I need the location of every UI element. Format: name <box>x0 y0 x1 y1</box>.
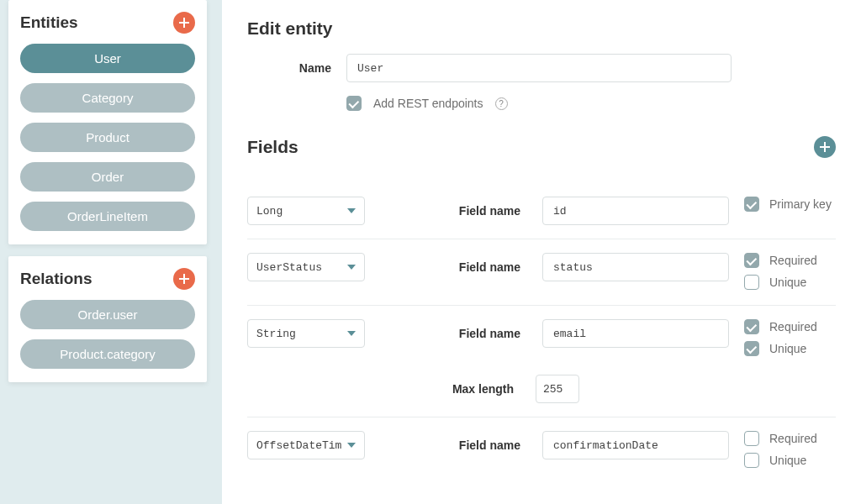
field-flags: RequiredUnique <box>744 253 861 290</box>
primary-key-checkbox-label: Primary key <box>769 197 832 211</box>
unique-checkbox-row: Unique <box>744 453 861 468</box>
required-checkbox-label: Required <box>769 254 817 267</box>
chevron-down-icon <box>347 265 356 270</box>
chevron-down-icon <box>347 208 356 213</box>
entity-item[interactable]: Order <box>20 162 195 192</box>
field-type-select[interactable]: UserStatus <box>247 253 365 281</box>
relations-list: Order.userProduct.category <box>20 300 195 369</box>
field-name-label: Field name <box>380 253 527 281</box>
field-row: LongField namePrimary key <box>247 183 836 239</box>
field-flags: Primary key <box>744 197 861 212</box>
entities-list: UserCategoryProductOrderOrderLineItem <box>20 44 195 231</box>
primary-key-checkbox-row: Primary key <box>744 197 861 212</box>
entities-header: Entities <box>20 12 195 34</box>
unique-checkbox-label: Unique <box>769 342 806 355</box>
field-type-value: String <box>256 328 296 340</box>
fields-title: Fields <box>247 137 298 157</box>
max-length-label: Max length <box>380 375 520 403</box>
field-type-value: UserStatus <box>256 261 322 274</box>
required-checkbox-row: Required <box>744 431 861 446</box>
entity-item[interactable]: OrderLineItem <box>20 202 195 231</box>
unique-checkbox-row: Unique <box>744 341 861 356</box>
edit-entity-title: Edit entity <box>247 18 836 39</box>
unique-checkbox-row: Unique <box>744 275 861 290</box>
unique-checkbox-label: Unique <box>769 454 806 467</box>
field-flags: RequiredUnique <box>744 319 861 356</box>
required-checkbox[interactable] <box>744 253 759 268</box>
relations-card: Relations Order.userProduct.category <box>8 256 207 382</box>
field-name-label: Field name <box>380 197 527 225</box>
fields-container: LongField namePrimary keyUserStatusField… <box>247 183 836 483</box>
field-row: StringField nameRequiredUniqueMax length <box>247 306 836 417</box>
unique-checkbox[interactable] <box>744 341 759 356</box>
max-length-row: Max length <box>380 375 729 403</box>
field-name-input[interactable] <box>542 197 729 225</box>
entity-name-label: Name <box>247 61 331 75</box>
relations-header: Relations <box>20 268 195 290</box>
rest-label: Add REST endpoints <box>373 97 483 110</box>
field-type-value: Long <box>256 205 283 218</box>
help-icon[interactable]: ? <box>495 97 508 110</box>
field-row: OffsetDateTimeField nameRequiredUnique <box>247 417 836 483</box>
field-name-input[interactable] <box>542 253 729 281</box>
field-type-select[interactable]: OffsetDateTime <box>247 431 365 459</box>
required-checkbox-row: Required <box>744 319 861 334</box>
entities-title: Entities <box>20 13 78 32</box>
entities-card: Entities UserCategoryProductOrderOrderLi… <box>8 0 207 244</box>
field-flags: RequiredUnique <box>744 431 861 468</box>
field-name-label: Field name <box>380 319 527 348</box>
unique-checkbox[interactable] <box>744 453 759 468</box>
primary-key-checkbox[interactable] <box>744 197 759 212</box>
field-type-select[interactable]: Long <box>247 197 365 225</box>
add-relation-button[interactable] <box>173 268 195 290</box>
field-name-input[interactable] <box>542 319 729 348</box>
max-length-input[interactable] <box>536 375 579 403</box>
chevron-down-icon <box>347 331 356 336</box>
chevron-down-icon <box>347 443 356 448</box>
entity-name-input[interactable] <box>346 54 732 82</box>
relations-title: Relations <box>20 270 92 288</box>
required-checkbox[interactable] <box>744 319 759 334</box>
field-name-label: Field name <box>380 431 527 459</box>
add-entity-button[interactable] <box>173 12 195 34</box>
entity-item[interactable]: Category <box>20 83 195 113</box>
rest-endpoints-row: Add REST endpoints ? <box>346 96 836 111</box>
entity-item[interactable]: User <box>20 44 195 73</box>
field-type-value: OffsetDateTime <box>256 439 342 452</box>
entity-item[interactable]: Product <box>20 123 195 152</box>
relation-item[interactable]: Order.user <box>20 300 195 329</box>
fields-header: Fields <box>247 136 836 158</box>
unique-checkbox[interactable] <box>744 275 759 290</box>
field-name-input[interactable] <box>542 431 729 459</box>
rest-checkbox[interactable] <box>346 96 362 111</box>
required-checkbox-label: Required <box>769 432 817 445</box>
required-checkbox-row: Required <box>744 253 861 268</box>
required-checkbox[interactable] <box>744 431 759 446</box>
field-type-select[interactable]: String <box>247 319 365 348</box>
relation-item[interactable]: Product.category <box>20 339 195 369</box>
required-checkbox-label: Required <box>769 320 817 333</box>
main-panel: Edit entity Name Add REST endpoints ? Fi… <box>222 0 861 504</box>
unique-checkbox-label: Unique <box>769 276 806 289</box>
add-field-button[interactable] <box>814 136 836 158</box>
field-row: UserStatusField nameRequiredUnique <box>247 239 836 306</box>
sidebar: Entities UserCategoryProductOrderOrderLi… <box>0 0 207 504</box>
entity-name-row: Name <box>247 54 836 82</box>
